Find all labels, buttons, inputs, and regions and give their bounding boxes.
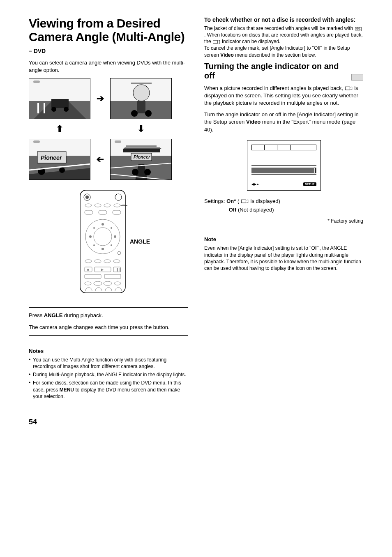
svg-rect-15 — [131, 83, 152, 84]
svg-point-14 — [145, 110, 152, 117]
instruction-box: Press ANGLE during playback. The camera … — [29, 307, 188, 335]
setup-screen-illustration: ◀▶▲ SETUP — [247, 140, 321, 191]
svg-rect-7 — [37, 103, 39, 113]
svg-text:▶: ▶ — [101, 268, 104, 272]
settings-label: Settings: — [204, 198, 225, 204]
svg-rect-2 — [33, 81, 40, 83]
svg-rect-35 — [80, 190, 125, 293]
note-item: For some discs, selection can be made us… — [29, 380, 188, 400]
note-body-right: Even when the [Angle Indicator] setting … — [204, 245, 363, 272]
svg-rect-79 — [241, 200, 246, 203]
check-text-3: indicator can be displayed. — [222, 39, 280, 44]
para1: When a picture recorded in different ang… — [204, 85, 363, 107]
angle-indicator-icon — [212, 39, 221, 44]
settings-block: Settings: On* ( is displayed) Off (Not d… — [204, 197, 363, 214]
para2: Turn the angle indicator on or off in th… — [204, 111, 363, 133]
svg-point-34 — [144, 169, 151, 175]
svg-point-48 — [101, 223, 104, 226]
svg-point-50 — [89, 235, 92, 238]
angle-frame-4: Pioneer — [29, 139, 90, 180]
svg-point-55 — [111, 244, 112, 246]
expert-icon — [351, 74, 363, 81]
svg-rect-29 — [126, 145, 157, 147]
svg-point-51 — [114, 235, 116, 238]
angle-frame-2 — [110, 78, 172, 119]
page-number: 54 — [29, 418, 363, 426]
camera-angle-illustration: ➔ ⬆ ⬇ — [29, 78, 188, 295]
arrow-up-icon: ⬆ — [56, 124, 63, 134]
setup-pill: SETUP — [303, 182, 316, 186]
note-item: You can use the Multi-Angle function onl… — [29, 357, 188, 370]
check-body: The jacket of discs that are recorded wi… — [204, 25, 363, 58]
svg-point-11 — [133, 85, 150, 101]
svg-point-13 — [131, 110, 138, 117]
dvd-label: – DVD — [29, 48, 188, 54]
press-angle-line: Press ANGLE during playback. — [29, 312, 188, 319]
result-line: The camera angle changes each time you p… — [29, 324, 188, 331]
svg-rect-77 — [213, 40, 218, 44]
note-item: During Multi-Angle playback, the ANGLE i… — [29, 371, 188, 378]
svg-text:■: ■ — [87, 268, 89, 272]
svg-point-54 — [93, 244, 95, 246]
press-bold: ANGLE — [44, 312, 63, 318]
factory-setting-note: * Factory setting — [204, 218, 363, 224]
svg-marker-28 — [123, 147, 162, 149]
notes-list: You can use the Multi-Angle function onl… — [29, 357, 188, 400]
menu-bold: MENU — [60, 387, 74, 393]
svg-point-23 — [59, 167, 65, 173]
svg-point-5 — [51, 107, 56, 112]
arrow-right-icon: ➔ — [97, 93, 104, 104]
svg-point-76 — [357, 28, 358, 29]
h2-text: Turning the angle indicator on and off — [204, 62, 347, 81]
svg-point-6 — [64, 107, 69, 112]
svg-rect-78 — [345, 87, 350, 90]
svg-rect-8 — [44, 103, 45, 113]
svg-rect-12 — [137, 101, 145, 113]
angle-frame-1 — [29, 78, 90, 119]
settings-on: On* — [226, 198, 236, 204]
svg-rect-4 — [51, 99, 69, 108]
svg-rect-18 — [33, 140, 40, 143]
svg-rect-26 — [115, 140, 121, 143]
video-bold-2: Video — [246, 119, 261, 125]
svg-point-49 — [101, 248, 104, 250]
remote-button-label: ANGLE — [130, 238, 150, 245]
notes-heading: Notes — [29, 348, 188, 354]
svg-point-53 — [111, 227, 112, 229]
settings-off: Off — [229, 207, 237, 213]
press-pre: Press — [29, 312, 44, 318]
note-heading-right: Note — [204, 236, 363, 242]
svg-point-52 — [93, 227, 95, 229]
para1-a: When a picture recorded in different ang… — [204, 85, 345, 91]
svg-text:Pioneer: Pioneer — [134, 154, 150, 159]
svg-rect-27 — [123, 149, 160, 152]
settings-off-desc: (Not displayed) — [238, 207, 274, 213]
page-title: Viewing from a Desired Camera Angle (Mul… — [29, 16, 188, 44]
nav-triangles-icon: ◀▶▲ — [251, 182, 260, 186]
settings-on-paren: ( — [238, 198, 239, 204]
turning-heading: Turning the angle indicator on and off — [204, 62, 363, 81]
video-bold-1: Video — [220, 52, 233, 58]
svg-text:❚❚: ❚❚ — [116, 268, 122, 272]
check-text-5: menu described in the section below. — [234, 52, 316, 58]
check-text-1: The jacket of discs that are recorded wi… — [204, 25, 355, 31]
angle-indicator-icon — [241, 199, 249, 204]
angle-frame-3: Pioneer — [110, 139, 172, 180]
arrow-down-icon: ⬇ — [137, 124, 145, 134]
press-post: during playback. — [62, 312, 103, 318]
svg-point-37 — [85, 196, 89, 199]
check-heading: To check whether or not a disc is record… — [204, 16, 363, 23]
arrow-left-icon: ➔ — [97, 154, 104, 165]
svg-text:Pioneer: Pioneer — [41, 154, 62, 161]
remote-control-illustration: ■ ▶ ❚❚ — [78, 188, 127, 295]
multi-angle-mark-icon — [355, 26, 363, 31]
intro-text: You can select a camera angle when viewi… — [29, 59, 188, 74]
settings-on-desc: is displayed) — [251, 198, 280, 204]
angle-indicator-icon — [345, 86, 353, 91]
svg-point-33 — [132, 169, 138, 175]
